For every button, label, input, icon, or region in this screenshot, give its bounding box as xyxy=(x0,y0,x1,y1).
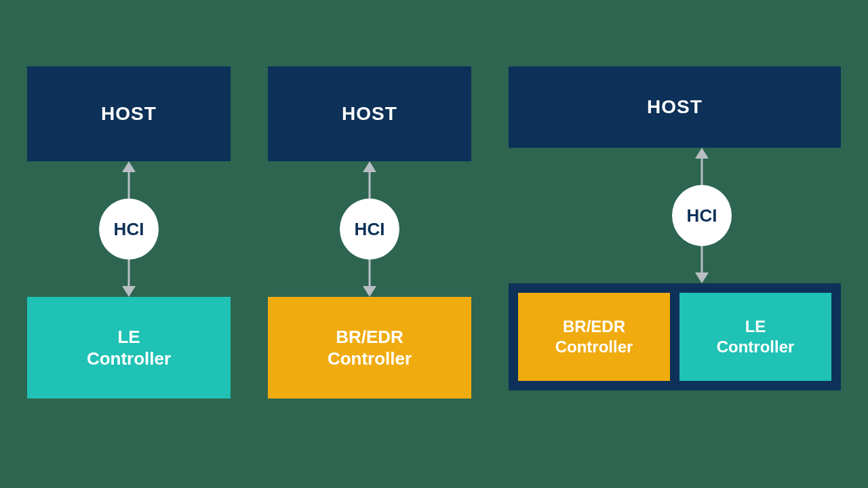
diagram-columns: HOST HCI LE Controller HOST HCI BR/EDR C… xyxy=(0,0,868,399)
column-bredr: HOST HCI BR/EDR Controller xyxy=(268,66,471,399)
dual-controller-box: BR/EDR Controller LE Controller xyxy=(509,283,841,390)
host-box: HOST xyxy=(509,66,841,148)
column-le: HOST HCI LE Controller xyxy=(27,66,231,399)
le-controller-inner: LE Controller xyxy=(679,293,831,381)
controller-line2: Controller xyxy=(555,337,633,357)
bredr-controller-box: BR/EDR Controller xyxy=(268,297,471,399)
arrow-up-icon xyxy=(695,148,709,159)
controller-line2: Controller xyxy=(87,348,171,370)
hci-circle: HCI xyxy=(672,185,732,246)
hci-circle: HCI xyxy=(99,199,159,260)
hci-connector: HCI xyxy=(340,161,399,297)
controller-line1: BR/EDR xyxy=(563,317,625,337)
controller-line1: LE xyxy=(117,326,140,348)
controller-line2: Controller xyxy=(717,337,795,357)
host-box: HOST xyxy=(268,66,471,161)
hci-connector: HCI xyxy=(99,161,159,297)
arrow-down-icon xyxy=(695,272,709,283)
arrow-up-icon xyxy=(363,161,376,172)
column-dual: HOST HCI BR/EDR Controller LE Controller xyxy=(509,66,841,399)
controller-line1: BR/EDR xyxy=(336,326,403,348)
hci-circle: HCI xyxy=(340,199,399,260)
controller-line2: Controller xyxy=(328,348,412,370)
arrow-down-icon xyxy=(363,286,376,297)
hci-connector: HCI xyxy=(672,148,732,283)
controller-line1: LE xyxy=(745,317,766,337)
host-box: HOST xyxy=(27,66,231,161)
connector-wrap: HCI xyxy=(509,148,841,283)
bredr-controller-inner: BR/EDR Controller xyxy=(518,293,670,381)
arrow-down-icon xyxy=(122,286,136,297)
le-controller-box: LE Controller xyxy=(27,297,231,399)
arrow-up-icon xyxy=(122,161,136,172)
